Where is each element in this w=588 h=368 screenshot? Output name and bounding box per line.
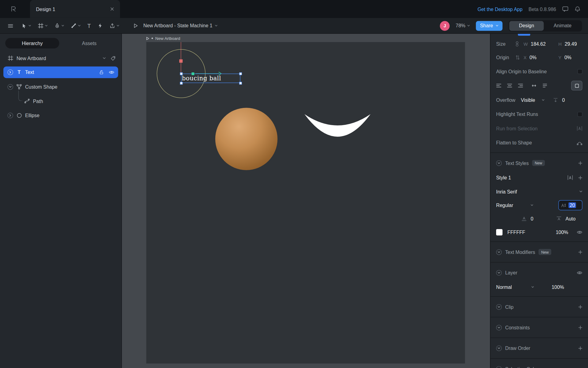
fill-opacity-value[interactable]: 100% <box>556 229 577 235</box>
file-tab[interactable]: Design 1 <box>30 0 120 18</box>
apply-style-icon[interactable] <box>567 175 573 180</box>
text-tool[interactable]: T <box>84 18 94 33</box>
font-size-input[interactable]: 20 <box>558 200 582 210</box>
get-desktop-app-link[interactable]: Get the Desktop App <box>477 6 522 12</box>
file-tab-title: Design 1 <box>36 6 55 12</box>
tree-row-text[interactable]: T Text <box>3 67 118 78</box>
play-button[interactable] <box>130 18 142 33</box>
origin-row: Origin X0% Y0% <box>491 51 588 64</box>
notifications-bell-icon[interactable] <box>575 6 581 12</box>
overflow-dropdown[interactable]: Visible <box>521 97 545 103</box>
auto-width-button[interactable] <box>531 83 537 88</box>
highlight-runs-checkbox[interactable] <box>578 112 582 117</box>
letter-spacing-value[interactable]: 0 <box>531 216 533 221</box>
selection-handle[interactable] <box>180 72 183 75</box>
chevron-down-icon[interactable] <box>103 57 106 59</box>
feedback-icon[interactable] <box>562 6 569 12</box>
line-height-value[interactable]: Auto <box>566 216 576 221</box>
rive-logo-icon[interactable] <box>0 5 27 13</box>
crescent-shape[interactable] <box>304 114 371 136</box>
disclosure-down-icon[interactable] <box>496 249 502 255</box>
tab-hierarchy[interactable]: Hierarchy <box>5 38 59 48</box>
unlock-icon[interactable] <box>99 70 104 75</box>
align-center-button[interactable] <box>507 83 512 88</box>
layer-title: Layer <box>505 270 517 275</box>
layer-header[interactable]: Layer <box>491 265 588 280</box>
disclosure-down-icon[interactable] <box>496 270 502 275</box>
align-right-button[interactable] <box>518 83 523 88</box>
tab-animate[interactable]: Animate <box>544 21 581 31</box>
selection-handle[interactable] <box>180 82 183 84</box>
disclosure-down-icon[interactable] <box>496 366 502 368</box>
disclosure-down-icon[interactable] <box>496 345 502 351</box>
origin-y-value[interactable]: 0% <box>564 55 571 60</box>
draw-order-header[interactable]: Draw Order <box>491 341 588 356</box>
origin-x-value[interactable]: 0% <box>530 55 537 60</box>
font-weight-dropdown[interactable]: Regular <box>496 202 533 208</box>
constrain-proportions-icon[interactable] <box>516 41 524 47</box>
canvas[interactable]: New Artboard boucing ball <box>122 34 490 368</box>
hamburger-menu-icon[interactable] <box>3 18 18 33</box>
disclosure-down-icon[interactable] <box>496 304 502 309</box>
auto-height-button[interactable] <box>542 83 548 88</box>
run-from-selection-row[interactable]: Run from Selection <box>491 121 588 136</box>
paragraph-spacing-value[interactable]: 0 <box>562 97 565 103</box>
eye-icon[interactable] <box>577 230 582 234</box>
close-tab-icon[interactable] <box>110 7 114 11</box>
width-value[interactable]: 184.62 <box>531 41 546 47</box>
blend-mode-dropdown[interactable]: Normal <box>496 284 534 289</box>
select-tool[interactable] <box>18 18 35 33</box>
disclosure-down-icon[interactable] <box>496 325 502 330</box>
pen-tool[interactable] <box>51 18 68 33</box>
add-style-run-button[interactable] <box>578 175 582 179</box>
pen-nib-icon <box>55 23 60 29</box>
selection-colors-header[interactable]: Selection Colors <box>491 361 588 368</box>
color-swatch[interactable] <box>496 229 503 235</box>
zoom-dropdown[interactable]: 78% <box>456 23 470 29</box>
swap-axes-icon[interactable] <box>516 55 524 60</box>
height-value[interactable]: 29.49 <box>565 41 577 47</box>
tree-row-artboard[interactable]: New Artboard <box>0 51 122 66</box>
add-clip-button[interactable] <box>578 305 582 309</box>
add-draw-order-button[interactable] <box>578 346 582 350</box>
origin-green-handle[interactable] <box>191 72 194 75</box>
text-modifiers-header[interactable]: Text Modifiers New <box>491 244 588 259</box>
chevron-down-icon <box>496 25 499 27</box>
tree-row-path[interactable]: Path <box>0 94 122 108</box>
disclosure-down-icon[interactable] <box>7 84 13 90</box>
artboard[interactable]: boucing ball <box>146 42 465 363</box>
align-origin-checkbox[interactable] <box>578 69 582 74</box>
tab-design[interactable]: Design <box>509 21 544 31</box>
tag-icon[interactable] <box>111 56 115 61</box>
fill-hex-value[interactable]: FFFFFF <box>507 229 525 235</box>
events-tool[interactable] <box>94 18 106 33</box>
disclosure-right-icon[interactable] <box>7 113 13 118</box>
selection-handle[interactable] <box>239 82 242 84</box>
flatten-row[interactable]: Flatten to Shape <box>491 136 588 150</box>
tab-assets[interactable]: Assets <box>62 38 116 48</box>
clip-header[interactable]: Clip <box>491 299 588 314</box>
avatar[interactable]: J <box>440 21 450 31</box>
export-tool[interactable] <box>106 18 123 33</box>
constraints-header[interactable]: Constraints <box>491 320 588 335</box>
artboard-state-dropdown[interactable]: New Artboard - State Machine 1 <box>143 23 218 29</box>
add-text-style-button[interactable] <box>578 161 582 165</box>
tree-row-ellipse[interactable]: Ellipse <box>0 108 122 123</box>
selection-handle[interactable] <box>239 72 242 75</box>
eye-icon[interactable] <box>109 70 114 74</box>
share-button[interactable]: Share <box>476 21 503 31</box>
font-family-row[interactable]: Inria Serif <box>491 185 588 198</box>
artboard-tool[interactable] <box>35 18 51 33</box>
layer-opacity-value[interactable]: 100% <box>552 284 573 289</box>
add-text-modifier-button[interactable] <box>578 250 582 254</box>
text-styles-header[interactable]: Text Styles New <box>491 155 588 171</box>
disclosure-down-icon[interactable] <box>496 160 502 166</box>
layer-eye-icon[interactable] <box>577 270 582 274</box>
disclosure-right-icon[interactable] <box>7 70 13 75</box>
style-row[interactable]: Style 1 <box>491 171 588 185</box>
artboard-label[interactable]: New Artboard <box>146 36 180 41</box>
align-left-button[interactable] <box>496 83 501 88</box>
add-constraint-button[interactable] <box>578 325 582 329</box>
fixed-size-button[interactable] <box>571 81 582 90</box>
bone-tool[interactable] <box>67 18 84 33</box>
